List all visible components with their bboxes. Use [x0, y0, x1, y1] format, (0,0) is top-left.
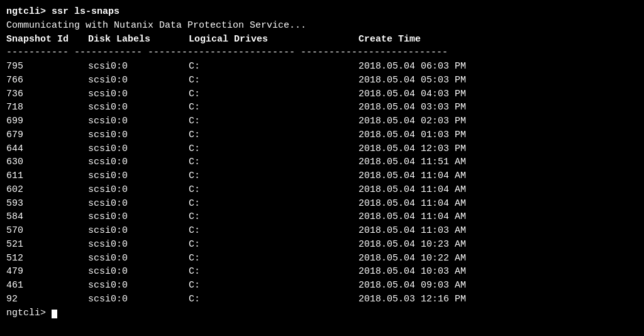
disk-label: scsi0:0: [88, 197, 189, 211]
table-row: 630scsi0:0C:2018.05.04 11:51 AM: [6, 155, 638, 169]
table-row: 644scsi0:0C:2018.05.04 12:03 PM: [6, 142, 638, 156]
logical-drive: C:: [189, 293, 358, 306]
logical-drive: C:: [189, 101, 358, 115]
terminal: ngtcli> ssr ls-snaps Communicating with …: [0, 0, 644, 336]
snapshot-id: 92: [6, 293, 88, 306]
snapshot-id: 718: [6, 101, 88, 115]
create-time: 2018.05.04 01:03 PM: [358, 128, 466, 142]
disk-label: scsi0:0: [88, 60, 189, 74]
table-row: 795scsi0:0C:2018.05.04 06:03 PM: [6, 60, 638, 74]
logical-drive: C:: [189, 224, 358, 238]
disk-label: scsi0:0: [88, 293, 189, 306]
disk-label: scsi0:0: [88, 142, 189, 156]
logical-drive: C:: [189, 128, 358, 142]
disk-label: scsi0:0: [88, 101, 189, 115]
snapshot-id: 461: [6, 279, 88, 293]
final-prompt-line: ngtcli>: [6, 306, 638, 320]
communicating-line: Communicating with Nutanix Data Protecti…: [6, 19, 638, 33]
create-time: 2018.05.04 11:04 AM: [358, 197, 466, 211]
disk-label: scsi0:0: [88, 183, 189, 197]
table-row: 461scsi0:0C:2018.05.04 09:03 AM: [6, 279, 638, 293]
create-time: 2018.05.04 11:51 AM: [358, 155, 466, 169]
snapshot-id: 584: [6, 210, 88, 224]
logical-drive: C:: [189, 60, 358, 74]
table-row: 679scsi0:0C:2018.05.04 01:03 PM: [6, 128, 638, 142]
create-time: 2018.05.04 11:03 AM: [358, 224, 466, 238]
col-header-id: Snapshot Id: [6, 33, 88, 47]
final-prompt-text: ngtcli>: [6, 308, 52, 318]
snapshot-id: 593: [6, 197, 88, 211]
logical-drive: C:: [189, 115, 358, 128]
disk-label: scsi0:0: [88, 169, 189, 183]
logical-drive: C:: [189, 238, 358, 252]
logical-drive: C:: [189, 252, 358, 266]
disk-label: scsi0:0: [88, 265, 189, 279]
logical-drive: C:: [189, 210, 358, 224]
create-time: 2018.05.04 02:03 PM: [358, 115, 466, 128]
header-line: Snapshot IdDisk LabelsLogical DrivesCrea…: [6, 33, 638, 47]
disk-label: scsi0:0: [88, 115, 189, 128]
disk-label: scsi0:0: [88, 74, 189, 87]
snapshot-id: 766: [6, 74, 88, 87]
snapshot-id: 479: [6, 265, 88, 279]
table-row: 593scsi0:0C:2018.05.04 11:04 AM: [6, 197, 638, 211]
table-row: 479scsi0:0C:2018.05.04 10:03 AM: [6, 265, 638, 279]
disk-label: scsi0:0: [88, 252, 189, 266]
table-row: 766scsi0:0C:2018.05.04 05:03 PM: [6, 74, 638, 87]
logical-drive: C:: [189, 155, 358, 169]
create-time: 2018.05.04 11:04 AM: [358, 183, 466, 197]
create-time: 2018.05.04 10:22 AM: [358, 252, 466, 266]
logical-drive: C:: [189, 74, 358, 87]
create-time: 2018.05.04 10:23 AM: [358, 238, 466, 252]
table-row: 570scsi0:0C:2018.05.04 11:03 AM: [6, 224, 638, 238]
table-row: 699scsi0:0C:2018.05.04 02:03 PM: [6, 115, 638, 128]
table-row: 521scsi0:0C:2018.05.04 10:23 AM: [6, 238, 638, 252]
snapshot-id: 512: [6, 252, 88, 266]
snapshot-id: 679: [6, 128, 88, 142]
create-time: 2018.05.04 04:03 PM: [358, 87, 466, 101]
snapshot-id: 736: [6, 87, 88, 101]
create-time: 2018.05.04 03:03 PM: [358, 101, 466, 115]
create-time: 2018.05.03 12:16 PM: [358, 293, 466, 306]
separator-line: ----------- ------------ ---------------…: [6, 46, 638, 60]
table-row: 736scsi0:0C:2018.05.04 04:03 PM: [6, 87, 638, 101]
logical-drive: C:: [189, 265, 358, 279]
table-row: 718scsi0:0C:2018.05.04 03:03 PM: [6, 101, 638, 115]
logical-drive: C:: [189, 183, 358, 197]
snapshot-id: 630: [6, 155, 88, 169]
table-row: 92scsi0:0C:2018.05.03 12:16 PM: [6, 293, 638, 306]
create-time: 2018.05.04 11:04 AM: [358, 210, 466, 224]
table-row: 611scsi0:0C:2018.05.04 11:04 AM: [6, 169, 638, 183]
create-time: 2018.05.04 05:03 PM: [358, 74, 466, 87]
col-header-disk: Disk Labels: [88, 33, 189, 47]
create-time: 2018.05.04 09:03 AM: [358, 279, 466, 293]
create-time: 2018.05.04 12:03 PM: [358, 142, 466, 156]
table-row: 584scsi0:0C:2018.05.04 11:04 AM: [6, 210, 638, 224]
create-time: 2018.05.04 11:04 AM: [358, 169, 466, 183]
disk-label: scsi0:0: [88, 87, 189, 101]
disk-label: scsi0:0: [88, 238, 189, 252]
col-header-time: Create Time: [358, 33, 421, 47]
snapshot-id: 570: [6, 224, 88, 238]
prompt-command-line: ngtcli> ssr ls-snaps: [6, 5, 638, 19]
logical-drive: C:: [189, 197, 358, 211]
snapshot-id: 699: [6, 115, 88, 128]
create-time: 2018.05.04 10:03 AM: [358, 265, 466, 279]
disk-label: scsi0:0: [88, 210, 189, 224]
logical-drive: C:: [189, 279, 358, 293]
snapshot-id: 521: [6, 238, 88, 252]
table-row: 602scsi0:0C:2018.05.04 11:04 AM: [6, 183, 638, 197]
snapshot-id: 795: [6, 60, 88, 74]
create-time: 2018.05.04 06:03 PM: [358, 60, 466, 74]
snapshot-table: 795scsi0:0C:2018.05.04 06:03 PM766scsi0:…: [6, 60, 638, 306]
cursor-blink: [52, 310, 57, 318]
snapshot-id: 644: [6, 142, 88, 156]
disk-label: scsi0:0: [88, 279, 189, 293]
logical-drive: C:: [189, 87, 358, 101]
table-row: 512scsi0:0C:2018.05.04 10:22 AM: [6, 252, 638, 266]
disk-label: scsi0:0: [88, 224, 189, 238]
col-header-logical: Logical Drives: [189, 33, 358, 47]
disk-label: scsi0:0: [88, 128, 189, 142]
logical-drive: C:: [189, 169, 358, 183]
snapshot-id: 602: [6, 183, 88, 197]
